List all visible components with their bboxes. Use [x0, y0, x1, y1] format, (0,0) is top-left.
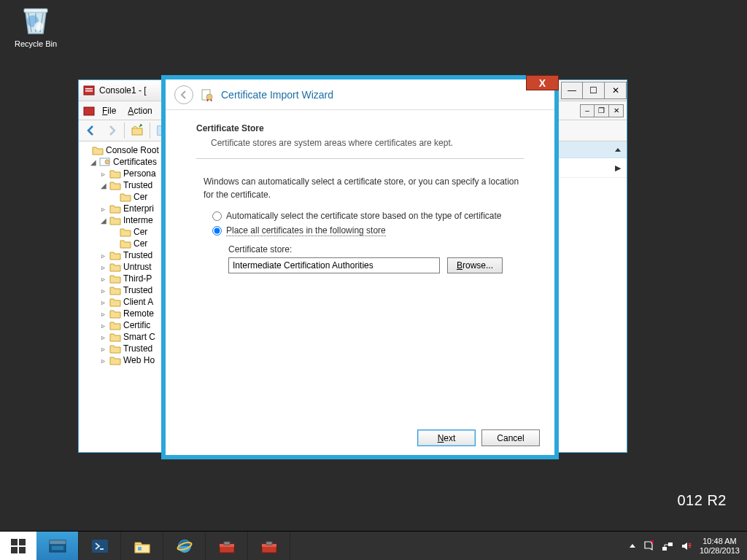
wizard-window: X Certificate Import Wizard Certificate …	[161, 75, 559, 459]
svg-rect-17	[19, 539, 26, 545]
collapse-icon	[615, 148, 621, 152]
svg-rect-4	[85, 88, 93, 90]
nav-forward-button[interactable]	[102, 122, 121, 139]
file-explorer-icon	[132, 536, 152, 556]
internet-explorer-icon	[174, 536, 195, 556]
separator	[196, 158, 524, 159]
taskbar-explorer[interactable]	[121, 532, 163, 560]
nav-back-button[interactable]	[82, 122, 101, 139]
file-menu-icon	[83, 106, 95, 116]
recycle-bin-icon	[18, 3, 53, 38]
taskbar-server-manager[interactable]	[36, 532, 79, 560]
svg-rect-33	[266, 542, 272, 545]
svg-rect-18	[11, 547, 18, 553]
svg-rect-19	[19, 547, 26, 553]
wizard-header: Certificate Import Wizard	[166, 79, 554, 110]
radio-auto-input[interactable]	[212, 211, 222, 221]
powershell-icon	[90, 536, 110, 556]
wizard-close-button[interactable]: X	[526, 75, 559, 90]
svg-rect-6	[84, 107, 94, 115]
svg-point-2	[34, 22, 43, 31]
svg-rect-21	[50, 540, 66, 544]
svg-point-15	[206, 94, 212, 100]
nav-up-button[interactable]	[128, 122, 147, 139]
mmc-title-text: Console1 - [	[99, 85, 147, 96]
taskbar-powershell[interactable]	[79, 532, 121, 560]
svg-rect-16	[11, 539, 18, 545]
certificate-icon	[201, 88, 214, 101]
volume-icon[interactable]	[681, 540, 692, 552]
network-icon[interactable]	[662, 540, 673, 552]
mmc-app-icon	[83, 85, 95, 96]
svg-rect-34	[662, 547, 667, 551]
server-manager-icon	[47, 536, 68, 556]
toolbox-icon	[217, 536, 237, 556]
certificate-store-input[interactable]	[228, 257, 440, 273]
mdi-restore[interactable]: ❐	[595, 104, 609, 117]
svg-rect-7	[132, 128, 142, 135]
minimize-button[interactable]: —	[561, 82, 583, 99]
taskbar-mmc1[interactable]	[206, 532, 248, 560]
close-button[interactable]: ✕	[605, 82, 627, 99]
start-button[interactable]	[0, 532, 36, 560]
svg-rect-24	[135, 545, 150, 553]
svg-rect-22	[52, 546, 63, 550]
maximize-button[interactable]: ☐	[583, 82, 605, 99]
system-tray[interactable]: 10:48 AM 10/28/2013	[622, 532, 747, 560]
windows-logo-icon	[10, 538, 26, 554]
os-watermark: 012 R2	[678, 492, 727, 509]
mdi-close[interactable]: ✕	[609, 104, 624, 117]
radio-place-all[interactable]: Place all certificates in the following …	[196, 223, 524, 238]
browse-button[interactable]: BBrowse...rowse...	[447, 257, 503, 273]
store-label: Certificate store:	[228, 244, 524, 254]
svg-rect-25	[138, 547, 142, 551]
tray-show-hidden-icon[interactable]	[630, 544, 635, 548]
radio-auto-select[interactable]: Automatically select the certificate sto…	[196, 209, 524, 223]
svg-point-13	[105, 160, 109, 164]
taskbar-mmc2[interactable]	[248, 532, 290, 560]
section-title: Certificate Store	[196, 123, 524, 133]
recycle-bin-label: Recycle Bin	[15, 39, 57, 48]
mdi-minimize[interactable]: –	[580, 104, 595, 117]
svg-rect-30	[224, 542, 230, 545]
wizard-title: Certificate Import Wizard	[221, 89, 333, 101]
taskbar: 10:48 AM 10/28/2013	[0, 531, 747, 560]
cancel-button[interactable]: Cancel	[481, 429, 540, 446]
radio-place-input[interactable]	[212, 226, 222, 236]
next-button[interactable]: Next	[417, 429, 476, 446]
menu-file[interactable]: FFileile	[98, 104, 120, 117]
svg-rect-5	[85, 90, 93, 92]
menu-action[interactable]: Action	[123, 104, 156, 117]
action-center-icon[interactable]	[643, 540, 654, 552]
chevron-right-icon: ▶	[615, 163, 621, 173]
toolbox-icon	[259, 536, 279, 556]
section-subtitle: Certificate stores are system areas wher…	[211, 138, 524, 148]
wizard-body: Certificate Store Certificate stores are…	[166, 110, 554, 281]
wizard-back-button[interactable]	[174, 85, 193, 104]
section-description: Windows can automatically select a certi…	[196, 175, 524, 201]
tray-clock[interactable]: 10:48 AM 10/28/2013	[700, 537, 740, 556]
svg-rect-0	[24, 9, 47, 12]
taskbar-ie[interactable]	[163, 532, 206, 560]
recycle-bin[interactable]: Recycle Bin	[10, 3, 61, 48]
